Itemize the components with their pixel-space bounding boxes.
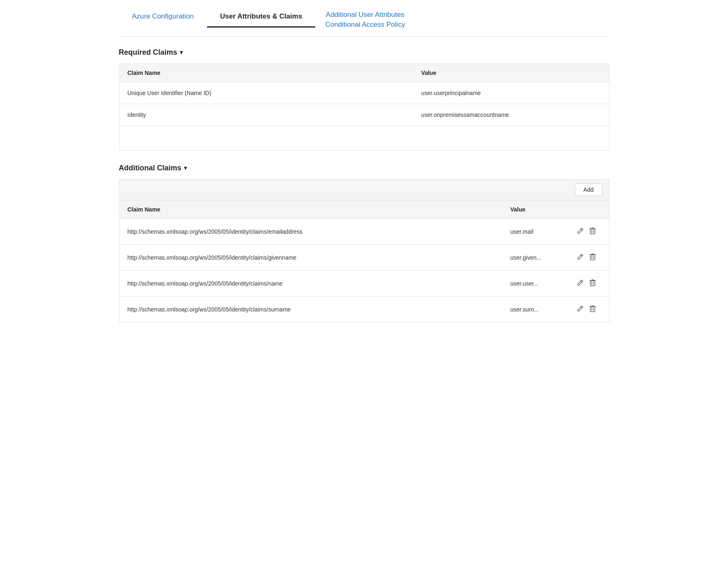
- edit-icon: [577, 228, 584, 234]
- claim-value-cell: user.given...: [502, 244, 568, 270]
- required-claims-table: Claim Name Value Unique User Identifier …: [119, 63, 609, 151]
- additional-claims-col-value: Value: [502, 200, 568, 218]
- action-icons: [576, 252, 601, 263]
- tab-additional-user-attributes-label: Additional User Attributes: [326, 10, 405, 20]
- nav-tabs: Azure Configuration User Attributes & Cl…: [119, 8, 609, 37]
- additional-claims-title: Additional Claims: [119, 164, 181, 172]
- required-claims-section-header: Required Claims ▾: [119, 48, 609, 57]
- required-claims-header-row: Claim Name Value: [119, 63, 609, 82]
- action-icons: [576, 304, 601, 315]
- claim-value-cell: user.onpremisessamaccountname: [413, 104, 609, 126]
- table-row: Identity user.onpremisessamaccountname: [119, 104, 609, 126]
- edit-icon: [577, 279, 584, 286]
- claim-value-cell: user.surn...: [502, 296, 568, 322]
- claim-name-cell: http://schemas.xmlsoap.org/ws/2005/05/id…: [119, 296, 502, 322]
- required-claims-chevron-icon[interactable]: ▾: [180, 49, 183, 56]
- table-row: http://schemas.xmlsoap.org/ws/2005/05/id…: [119, 270, 609, 296]
- delete-claim-button[interactable]: [588, 252, 597, 263]
- delete-icon: [589, 253, 596, 260]
- edit-icon: [577, 253, 584, 260]
- svg-rect-2: [591, 281, 595, 286]
- edit-claim-button[interactable]: [576, 227, 584, 237]
- claim-name-cell: Identity: [119, 104, 413, 126]
- additional-claims-header-row: Claim Name Value: [119, 200, 609, 218]
- additional-claims-toolbar: Add: [119, 179, 609, 200]
- required-claims-title: Required Claims: [119, 48, 177, 57]
- table-row: http://schemas.xmlsoap.org/ws/2005/05/id…: [119, 244, 609, 270]
- claim-name-cell: Unique User Identifier (Name ID): [119, 82, 413, 104]
- delete-icon: [589, 279, 596, 286]
- delete-claim-button[interactable]: [588, 226, 597, 237]
- additional-claims-table: Claim Name Value http://schemas.xmlsoap.…: [119, 200, 609, 323]
- tab-additional-conditional[interactable]: Additional User Attributes Conditional A…: [315, 8, 415, 37]
- tab-user-attributes-claims[interactable]: User Attributes & Claims: [207, 8, 316, 28]
- table-row: http://schemas.xmlsoap.org/ws/2005/05/id…: [119, 296, 609, 322]
- table-row: http://schemas.xmlsoap.org/ws/2005/05/id…: [119, 218, 609, 244]
- additional-claims-chevron-icon[interactable]: ▾: [184, 165, 187, 171]
- action-icons: [576, 226, 601, 237]
- required-claims-col-value: Value: [413, 63, 609, 82]
- delete-icon: [589, 227, 596, 235]
- required-claims-col-name: Claim Name: [119, 63, 413, 82]
- delete-claim-button[interactable]: [588, 278, 597, 289]
- empty-row: [119, 126, 609, 150]
- additional-claims-section-header: Additional Claims ▾: [119, 164, 609, 172]
- table-row: Unique User Identifier (Name ID) user.us…: [119, 82, 609, 104]
- tab-conditional-access-policy-label: Conditional Access Policy: [325, 20, 405, 30]
- claim-name-cell: http://schemas.xmlsoap.org/ws/2005/05/id…: [119, 270, 502, 296]
- additional-claims-col-actions: [568, 200, 609, 218]
- additional-claims-col-name: Claim Name: [119, 200, 502, 218]
- delete-icon: [589, 305, 596, 312]
- claim-value-cell: user.mail: [502, 218, 568, 244]
- claim-name-cell: http://schemas.xmlsoap.org/ws/2005/05/id…: [119, 244, 502, 270]
- claim-actions-cell: [568, 270, 609, 296]
- svg-rect-0: [591, 229, 595, 234]
- claim-actions-cell: [568, 244, 609, 270]
- add-claim-button[interactable]: Add: [575, 184, 602, 196]
- edit-claim-button[interactable]: [576, 253, 584, 263]
- edit-icon: [577, 305, 584, 312]
- delete-claim-button[interactable]: [588, 304, 597, 315]
- svg-rect-3: [591, 307, 595, 311]
- claim-name-cell: http://schemas.xmlsoap.org/ws/2005/05/id…: [119, 218, 502, 244]
- claim-value-cell: user.user...: [502, 270, 568, 296]
- edit-claim-button[interactable]: [576, 304, 584, 314]
- edit-claim-button[interactable]: [576, 279, 584, 288]
- claim-value-cell: user.userprincipalname: [413, 82, 609, 104]
- svg-rect-1: [591, 255, 595, 260]
- tab-azure-configuration[interactable]: Azure Configuration: [119, 8, 207, 28]
- claim-actions-cell: [568, 218, 609, 244]
- claim-actions-cell: [568, 296, 609, 322]
- page-wrapper: Azure Configuration User Attributes & Cl…: [109, 0, 619, 344]
- action-icons: [576, 278, 601, 289]
